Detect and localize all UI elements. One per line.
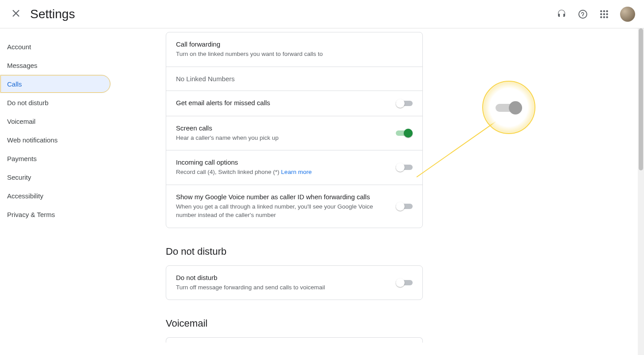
caller-id-row: Show my Google Voice number as caller ID… bbox=[166, 185, 422, 228]
sidebar-item-label: Privacy & Terms bbox=[7, 211, 55, 218]
sidebar-item-label: Web notifications bbox=[7, 136, 58, 144]
linked-numbers-status-row: No Linked Numbers bbox=[166, 67, 422, 91]
sidebar-item-security[interactable]: Security bbox=[0, 168, 111, 186]
learn-more-link[interactable]: Learn more bbox=[281, 169, 312, 175]
call-forwarding-row: Call forwarding Turn on the linked numbe… bbox=[166, 32, 422, 67]
call-forwarding-title: Call forwarding bbox=[176, 40, 406, 48]
caller-id-desc: When you get a call through a linked num… bbox=[176, 202, 389, 220]
dnd-card: Do not disturb Turn off message forwardi… bbox=[166, 265, 423, 300]
sidebar-item-label: Payments bbox=[7, 155, 37, 162]
screen-calls-row: Screen calls Hear a caller's name when y… bbox=[166, 116, 422, 150]
sidebar-item-label: Accessibility bbox=[7, 192, 43, 200]
scrollbar-thumb[interactable] bbox=[639, 28, 643, 170]
sidebar-item-label: Voicemail bbox=[7, 118, 35, 125]
close-button[interactable] bbox=[7, 5, 25, 23]
dnd-section-header: Do not disturb bbox=[166, 246, 423, 257]
incoming-call-options-desc-text: Record call (4), Switch linked phone (*) bbox=[176, 169, 281, 175]
help-icon[interactable] bbox=[574, 5, 592, 23]
screen-calls-desc: Hear a caller's name when you pick up bbox=[176, 134, 389, 142]
sidebar-item-label: Account bbox=[7, 43, 31, 51]
sidebar-item-account[interactable]: Account bbox=[0, 37, 111, 56]
svg-point-5 bbox=[606, 13, 608, 15]
sidebar-item-voicemail[interactable]: Voicemail bbox=[0, 112, 111, 130]
screen-calls-title: Screen calls bbox=[176, 124, 389, 132]
close-icon bbox=[11, 8, 21, 20]
svg-point-4 bbox=[603, 13, 605, 15]
svg-point-7 bbox=[603, 16, 605, 18]
sidebar-item-payments[interactable]: Payments bbox=[0, 149, 111, 168]
incoming-call-options-row: Incoming call options Record call (4), S… bbox=[166, 150, 422, 185]
svg-point-6 bbox=[600, 16, 602, 18]
sidebar-item-messages[interactable]: Messages bbox=[0, 56, 111, 75]
avatar[interactable] bbox=[620, 7, 635, 22]
voicemail-section-header: Voicemail bbox=[166, 318, 423, 329]
svg-point-2 bbox=[606, 10, 608, 12]
dnd-row: Do not disturb Turn off message forwardi… bbox=[166, 266, 422, 300]
svg-point-1 bbox=[603, 10, 605, 12]
calls-settings-card: Call forwarding Turn on the linked numbe… bbox=[166, 32, 423, 228]
content: Call forwarding Turn on the linked numbe… bbox=[111, 28, 644, 355]
svg-point-3 bbox=[600, 13, 602, 15]
svg-point-8 bbox=[606, 16, 608, 18]
headset-icon[interactable] bbox=[553, 5, 570, 23]
sidebar-item-label: Do not disturb bbox=[7, 99, 48, 106]
sidebar-item-privacy-terms[interactable]: Privacy & Terms bbox=[0, 205, 111, 224]
sidebar-item-accessibility[interactable]: Accessibility bbox=[0, 186, 111, 205]
caller-id-title: Show my Google Voice number as caller ID… bbox=[176, 193, 389, 201]
sidebar: Account Messages Calls Do not disturb Vo… bbox=[0, 28, 111, 355]
dnd-desc: Turn off message forwarding and send cal… bbox=[176, 283, 389, 292]
incoming-call-options-title: Incoming call options bbox=[176, 158, 389, 166]
topbar: Settings bbox=[0, 0, 644, 28]
caller-id-toggle[interactable] bbox=[396, 202, 413, 211]
svg-point-0 bbox=[600, 10, 602, 12]
call-forwarding-desc: Turn on the linked numbers you want to f… bbox=[176, 50, 406, 59]
incoming-call-options-desc: Record call (4), Switch linked phone (*)… bbox=[176, 168, 389, 177]
page-title: Settings bbox=[30, 7, 75, 21]
sidebar-item-web-notifications[interactable]: Web notifications bbox=[0, 130, 111, 149]
dnd-toggle[interactable] bbox=[396, 278, 413, 287]
dnd-title: Do not disturb bbox=[176, 274, 389, 281]
incoming-call-options-toggle[interactable] bbox=[396, 163, 413, 172]
screen-calls-toggle[interactable] bbox=[396, 129, 413, 138]
sidebar-item-do-not-disturb[interactable]: Do not disturb bbox=[0, 93, 111, 112]
sidebar-item-label: Security bbox=[7, 174, 31, 181]
email-alerts-row: Get email alerts for missed calls bbox=[166, 91, 422, 116]
linked-numbers-status: No Linked Numbers bbox=[176, 75, 235, 83]
sidebar-item-calls[interactable]: Calls bbox=[0, 75, 111, 93]
apps-icon[interactable] bbox=[595, 5, 613, 23]
sidebar-item-label: Messages bbox=[7, 62, 37, 69]
email-alerts-title: Get email alerts for missed calls bbox=[176, 99, 389, 106]
voicemail-card bbox=[166, 337, 423, 343]
email-alerts-toggle[interactable] bbox=[396, 99, 413, 108]
sidebar-item-label: Calls bbox=[7, 80, 22, 88]
